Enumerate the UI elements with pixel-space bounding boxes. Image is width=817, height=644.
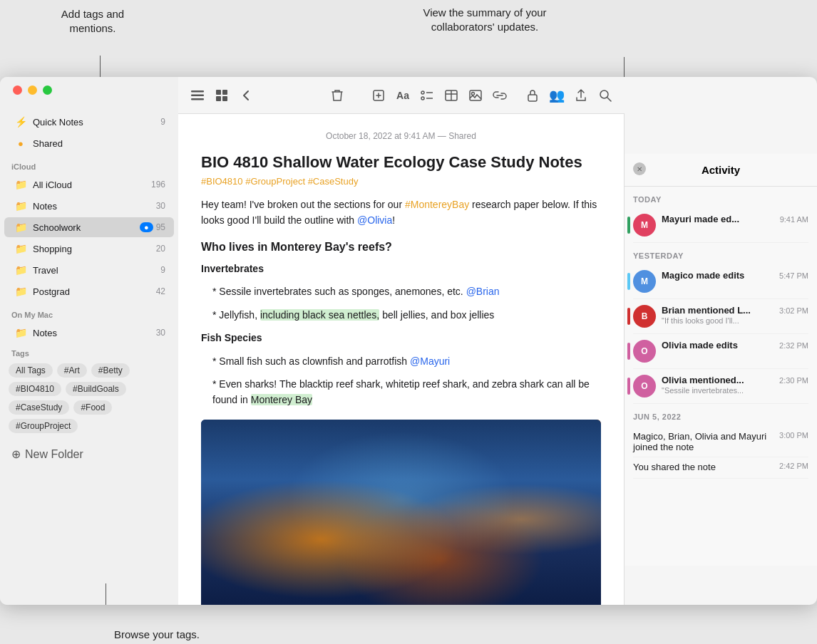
- callout-tags-browse: Browse your tags.: [86, 628, 228, 642]
- sidebar-item-all-icloud[interactable]: 📁 All iCloud 196: [4, 175, 174, 194]
- bullet-sharks: * Even sharks! The blacktip reef shark, …: [201, 376, 601, 408]
- joined-text: Magico, Brian, Olivia and Mayuri joined …: [633, 431, 779, 452]
- quick-notes-icon: ⚡: [14, 115, 27, 128]
- quick-notes-label: Quick Notes: [33, 117, 160, 128]
- activity-close-button[interactable]: ✕: [633, 162, 646, 175]
- postgrad-count: 42: [156, 286, 165, 296]
- postgrad-icon: 📁: [14, 285, 27, 298]
- activity-content: TODAY M Mayuri made ed... 9:41 AM YESTER…: [625, 187, 817, 566]
- mention-mayuri: @Mayuri: [410, 355, 450, 367]
- search-button[interactable]: [595, 85, 616, 106]
- svg-rect-1: [191, 94, 204, 96]
- travel-icon: 📁: [14, 264, 27, 276]
- schoolwork-icon: 📁: [14, 221, 27, 234]
- olivia-edit-avatar: O: [633, 340, 656, 363]
- mayuri-avatar: M: [633, 214, 656, 237]
- activity-item-olivia-mention[interactable]: O Olivia mentioned... "Sessile invertebr…: [633, 369, 808, 404]
- svg-point-16: [472, 92, 475, 95]
- tags-grid: All Tags #Art #Betty #BIO4810 #BuildGoal…: [9, 363, 170, 433]
- tag-casestudy[interactable]: #CaseStudy: [9, 400, 69, 415]
- grid-view-button[interactable]: [211, 85, 232, 106]
- new-folder-label: New Folder: [25, 448, 83, 461]
- tag-art[interactable]: #Art: [57, 363, 87, 378]
- notes-icloud-label: Notes: [33, 201, 156, 212]
- schoolwork-count: 95: [156, 222, 165, 232]
- shared-time: 2:42 PM: [779, 462, 808, 470]
- tag-groupproject[interactable]: #GroupProject: [9, 419, 78, 433]
- invertebrates-header: Invertebrates: [201, 261, 601, 276]
- activity-item-mayuri-edit[interactable]: M Mayuri made ed... 9:41 AM: [633, 208, 808, 243]
- minimize-button[interactable]: [28, 85, 37, 95]
- tag-buildgoals[interactable]: #BuildGoals: [66, 382, 126, 396]
- brian-avatar: B: [633, 305, 656, 328]
- magico-time: 5:47 PM: [779, 270, 808, 280]
- new-note-button[interactable]: [368, 85, 389, 106]
- shopping-label: Shopping: [33, 244, 156, 254]
- notes-mac-label: Notes: [33, 328, 156, 338]
- bullet-sessile: * Sessile invertebrates such as sponges,…: [201, 284, 601, 299]
- checklist-button[interactable]: [416, 85, 438, 106]
- share-button[interactable]: [570, 85, 592, 106]
- svg-rect-0: [191, 90, 204, 93]
- sidebar-item-shopping[interactable]: 📁 Shopping 20: [4, 239, 174, 259]
- tag-food[interactable]: #Food: [73, 400, 112, 415]
- note-body: Hey team! I've broken out the sections f…: [201, 197, 601, 408]
- icloud-section-label: iCloud: [0, 154, 178, 174]
- link-button[interactable]: [489, 85, 510, 106]
- activity-jun5-label: JUN 5, 2022: [633, 404, 808, 425]
- sidebar-item-quick-notes[interactable]: ⚡ Quick Notes 9: [4, 112, 174, 132]
- notes-icloud-icon: 📁: [14, 199, 27, 212]
- sidebar-item-postgrad[interactable]: 📁 Postgrad 42: [4, 281, 174, 301]
- quick-notes-count: 9: [160, 117, 165, 127]
- svg-point-10: [421, 97, 424, 100]
- media-button[interactable]: [465, 85, 486, 106]
- sidebar-item-shared[interactable]: ● Shared: [4, 133, 174, 153]
- table-button[interactable]: [441, 85, 462, 106]
- new-folder-icon: ⊕: [11, 447, 21, 461]
- notes-mac-icon: 📁: [14, 326, 27, 339]
- delete-button[interactable]: [327, 85, 348, 106]
- brian-time: 3:02 PM: [779, 305, 808, 315]
- font-button[interactable]: Aa: [392, 85, 413, 106]
- activity-item-magico-edit[interactable]: M Magico made edits 5:47 PM: [633, 264, 808, 299]
- highlight-nettles: including black sea nettles,: [260, 309, 379, 321]
- tag-betty[interactable]: #Betty: [91, 363, 130, 378]
- activity-item-olivia-edit[interactable]: O Olivia made edits 2:32 PM: [633, 334, 808, 369]
- svg-point-8: [421, 91, 424, 94]
- tag-all-tags[interactable]: All Tags: [9, 363, 53, 378]
- traffic-lights: [13, 85, 52, 95]
- svg-rect-6: [222, 96, 227, 101]
- shared-label: Shared: [33, 138, 165, 149]
- magico-text: Magico made edits: [662, 270, 774, 281]
- activity-item-brian-mention[interactable]: B Brian mentioned L... "If this looks go…: [633, 299, 808, 334]
- app-window: ⚡ Quick Notes 9 ● Shared iCloud 📁 All iC…: [0, 77, 817, 605]
- sidebar-item-travel[interactable]: 📁 Travel 9: [4, 260, 174, 280]
- lock-button[interactable]: [522, 85, 543, 106]
- olivia-edit-action: Olivia made edits: [662, 340, 774, 350]
- shopping-icon: 📁: [14, 242, 27, 255]
- sidebar-item-schoolwork[interactable]: 📁 Schoolwork ● 95: [4, 217, 174, 237]
- sidebar-item-notes-mac[interactable]: 📁 Notes 30: [4, 323, 174, 343]
- tags-section: Tags All Tags #Art #Betty #BIO4810 #Buil…: [0, 343, 178, 439]
- tag-groupproject-inline[interactable]: #GroupProject: [245, 176, 305, 187]
- note-intro: Hey team! I've broken out the sections f…: [201, 197, 601, 229]
- close-button[interactable]: [13, 85, 22, 95]
- joined-time: 3:00 PM: [779, 431, 808, 440]
- sidebar-item-notes-icloud[interactable]: 📁 Notes 30: [4, 196, 174, 216]
- brian-text: Brian mentioned L... "If this looks good…: [662, 305, 774, 325]
- olivia-edit-time: 2:32 PM: [779, 340, 808, 350]
- note-content-area: October 18, 2022 at 9:41 AM — Shared BIO…: [178, 114, 625, 605]
- svg-rect-15: [470, 90, 481, 100]
- bullet-fish: * Small fish such as clownfish and parro…: [201, 353, 601, 369]
- activity-joined-note: Magico, Brian, Olivia and Mayuri joined …: [633, 425, 808, 479]
- collab-button[interactable]: 👥: [546, 85, 567, 106]
- sidebar: ⚡ Quick Notes 9 ● Shared iCloud 📁 All iC…: [0, 77, 178, 605]
- new-folder-button[interactable]: ⊕ New Folder: [0, 442, 178, 467]
- svg-line-19: [607, 98, 611, 101]
- list-view-button[interactable]: [187, 85, 208, 106]
- tag-casestudy-inline[interactable]: #CaseStudy: [308, 176, 359, 187]
- tag-bio4810-inline[interactable]: #BIO4810: [201, 176, 243, 187]
- tag-bio4810[interactable]: #BIO4810: [9, 382, 61, 396]
- maximize-button[interactable]: [43, 85, 52, 95]
- back-button[interactable]: [235, 85, 257, 106]
